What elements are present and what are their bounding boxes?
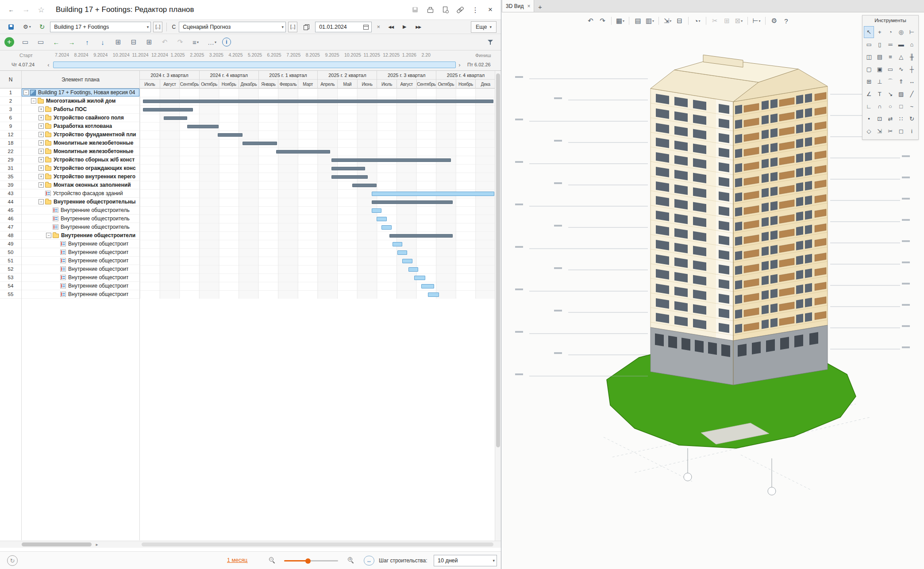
zoom-tool[interactable]: ◎ — [896, 26, 906, 38]
vertical-scrollbar-thumb[interactable] — [496, 73, 500, 447]
redo-icon[interactable]: ↷ — [597, 15, 608, 27]
settings-icon[interactable]: ⚙ — [769, 15, 780, 27]
row-number[interactable]: 52 — [0, 265, 21, 273]
stair-tool[interactable]: ≡ — [885, 51, 895, 63]
construction-step-select[interactable]: 10 дней ▾ — [434, 555, 497, 566]
gantt-bar[interactable] — [377, 217, 386, 221]
cut-icon[interactable]: ✂ — [709, 15, 720, 27]
outdent-button[interactable]: ← — [50, 36, 62, 48]
redo-button[interactable]: ↷ — [174, 36, 186, 48]
row-number[interactable]: 12 — [0, 131, 21, 139]
expand-icon[interactable]: + — [38, 140, 44, 146]
gantt-bar[interactable] — [393, 242, 402, 246]
row-number[interactable]: 29 — [0, 156, 21, 164]
gantt-scrollbar-thumb[interactable] — [142, 542, 493, 546]
plan-row-48[interactable]: −Внутренние общестроители — [22, 231, 139, 240]
row-number[interactable]: 47 — [0, 223, 21, 231]
axis-tool[interactable]: ┼ — [907, 63, 917, 75]
plan-row-18[interactable]: +Монолитные железобетонные — [22, 139, 139, 147]
section-tool[interactable]: ⌒ — [885, 76, 895, 88]
step-forward-button[interactable]: ▶ — [399, 22, 410, 32]
close-tab-icon[interactable]: × — [527, 3, 530, 9]
visual-style-icon[interactable]: ▦▾ — [615, 15, 626, 27]
open-icon[interactable]: ▤ — [632, 15, 643, 27]
table-scrollbar-thumb[interactable] — [22, 542, 92, 546]
gantt-chart-area[interactable] — [140, 88, 495, 299]
gantt-bar[interactable] — [331, 167, 365, 170]
beam-tool[interactable]: ═ — [885, 38, 895, 50]
roof-tool[interactable]: ⌂ — [907, 38, 917, 50]
plan-row-22[interactable]: +Монолитные железобетонные — [22, 147, 139, 156]
mirror-tool[interactable]: ⇄ — [885, 113, 895, 125]
plan-row-6[interactable]: +Устройство свайного поля — [22, 114, 139, 122]
plan-row-44[interactable]: −Внутренние общестроительны — [22, 198, 139, 206]
plan-row-45[interactable]: Внутренние общестроитель — [22, 206, 139, 215]
plan-row-31[interactable]: +Устройство ограждающих конс — [22, 164, 139, 173]
seek-end-button[interactable]: ▶▶ — [412, 22, 424, 32]
collapse-icon[interactable]: − — [46, 233, 51, 238]
plan-row-29[interactable]: +Устройство сборных ж/б конст — [22, 156, 139, 164]
plan-select[interactable]: Building 17 + Footings ▾ — [50, 22, 151, 32]
time-scale-link[interactable]: 1 месяц — [227, 557, 247, 563]
undo-icon[interactable]: ↶ — [585, 15, 596, 27]
expand-icon[interactable]: + — [38, 107, 44, 112]
plan-row-3[interactable]: +Работы ПОС — [22, 105, 139, 114]
date-input[interactable]: 01.01.2024 — [315, 22, 372, 32]
favorite-icon[interactable]: ☆ — [35, 4, 48, 16]
door-tool[interactable]: ▤ — [874, 51, 885, 63]
expand-icon[interactable]: + — [38, 123, 44, 129]
measure-tool[interactable]: ⊢ — [907, 26, 917, 38]
more-options-button[interactable]: …▾ — [205, 36, 219, 48]
expand-icon[interactable]: + — [38, 149, 44, 154]
slider-thumb[interactable] — [305, 558, 311, 564]
plan-row-2[interactable]: −Многоэтажный жилой дом — [22, 97, 139, 105]
scenario-expand-button[interactable]: [..] — [288, 22, 297, 32]
row-number[interactable]: 48 — [0, 231, 21, 240]
save-icon[interactable]: ▥▾ — [644, 15, 655, 27]
scroll-right-icon[interactable]: ▸ — [93, 541, 100, 548]
back-button[interactable]: ← — [4, 4, 18, 15]
print-icon[interactable] — [424, 4, 436, 15]
plan-row-53[interactable]: Внутренние общестроит — [22, 273, 139, 282]
dimension-tool[interactable]: ↔ — [907, 76, 917, 88]
expand-icon[interactable]: + — [38, 115, 44, 120]
collapse-icon[interactable]: − — [31, 98, 36, 104]
save-plan-button[interactable] — [4, 21, 18, 33]
gantt-bar[interactable] — [243, 142, 277, 145]
insert-subrow-button[interactable]: ▭ — [35, 36, 47, 48]
indent-button[interactable]: → — [65, 36, 78, 48]
3d-viewport[interactable]: ↶↷▦▾▤▥▾⇲▾⊟◔▾✂⊞⊠▾⊢▾⚙? Инструменты ↖+◔◎⊢▭▯… — [502, 12, 924, 569]
delete-table-row-button[interactable]: ⊟ — [127, 36, 140, 48]
gantt-bar[interactable] — [164, 116, 188, 120]
row-number[interactable]: 39 — [0, 181, 21, 189]
menu-kebab-icon[interactable]: ⋮ — [469, 4, 481, 15]
horizontal-scrollbar[interactable]: ▸ — [0, 541, 501, 548]
select-tool[interactable]: ↖ — [864, 26, 874, 38]
expand-icon[interactable]: + — [38, 132, 44, 137]
plan-row-55[interactable]: Внутренние общестроит — [22, 290, 139, 299]
paste-icon[interactable]: ⊠▾ — [733, 15, 744, 27]
collapse-icon[interactable]: − — [23, 90, 29, 95]
plan-row-47[interactable]: Внутренние общестроитель — [22, 223, 139, 231]
range-right-button[interactable]: › — [456, 61, 463, 68]
shaft-tool[interactable]: ▣ — [874, 63, 885, 75]
print-icon[interactable]: ⊟ — [674, 15, 685, 27]
row-number[interactable]: 51 — [0, 257, 21, 265]
polyline-tool[interactable]: ∟ — [864, 100, 874, 112]
help-icon[interactable]: ? — [781, 15, 792, 27]
expand-icon[interactable]: + — [38, 157, 44, 162]
save-icon[interactable] — [409, 4, 421, 15]
row-number[interactable]: 3 — [0, 105, 21, 114]
outline-level-button[interactable]: ≡▾ — [189, 36, 202, 48]
hatch-tool[interactable]: ▨ — [896, 88, 906, 100]
move-up-button[interactable]: ↑ — [81, 36, 93, 48]
undo-button[interactable]: ↶ — [158, 36, 171, 48]
move-tool[interactable]: ◇ — [864, 125, 874, 137]
gantt-bar[interactable] — [143, 100, 493, 103]
row-number[interactable]: 55 — [0, 290, 21, 299]
expand-icon[interactable]: + — [38, 174, 44, 179]
column-header-element[interactable]: Элемент плана — [22, 71, 140, 88]
row-number[interactable]: 44 — [0, 198, 21, 206]
gantt-bar[interactable] — [389, 234, 453, 238]
insert-row-button[interactable]: ▭ — [19, 36, 31, 48]
